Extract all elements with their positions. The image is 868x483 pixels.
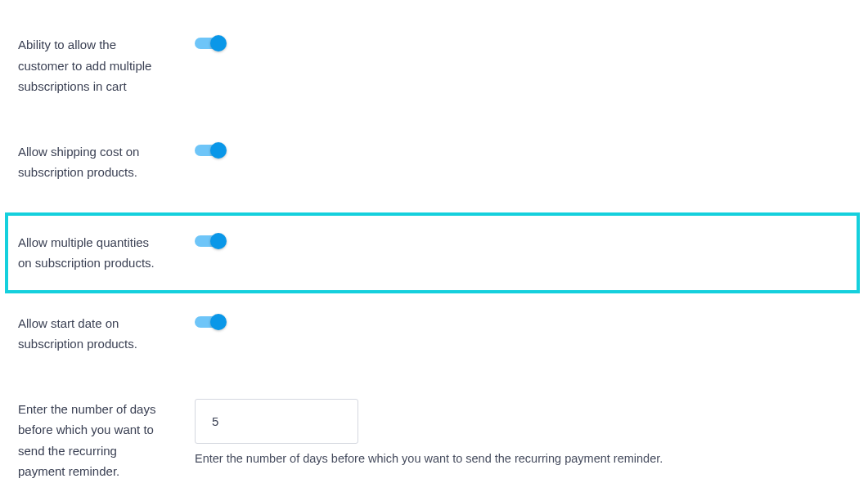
setting-row-multiple-subscriptions: Ability to allow the customer to add mul…: [8, 25, 860, 107]
setting-row-start-date: Allow start date on subscription product…: [8, 303, 860, 364]
toggle-shipping-cost[interactable]: [195, 145, 224, 156]
setting-row-multiple-quantities: Allow multiple quantities on subscriptio…: [5, 212, 860, 293]
toggle-knob: [210, 314, 227, 330]
reminder-days-input[interactable]: [195, 399, 358, 444]
setting-label: Allow start date on subscription product…: [18, 313, 182, 355]
toggle-multiple-quantities[interactable]: [195, 235, 224, 247]
settings-panel: Ability to allow the customer to add mul…: [0, 0, 868, 483]
setting-control: [182, 313, 850, 331]
setting-control: [182, 34, 850, 52]
setting-label: Enter the number of days before which yo…: [18, 399, 182, 482]
reminder-days-help-text: Enter the number of days before which yo…: [195, 452, 850, 465]
setting-row-shipping-cost: Allow shipping cost on subscription prod…: [8, 132, 860, 193]
setting-control: Enter the number of days before which yo…: [182, 399, 850, 465]
toggle-knob: [210, 35, 227, 51]
toggle-multiple-subscriptions[interactable]: [195, 38, 224, 49]
setting-label: Allow shipping cost on subscription prod…: [18, 141, 182, 183]
toggle-knob: [210, 142, 227, 159]
setting-label: Allow multiple quantities on subscriptio…: [18, 232, 182, 274]
toggle-knob: [210, 233, 227, 249]
setting-control: [182, 141, 850, 159]
setting-control: [182, 232, 847, 250]
setting-label: Ability to allow the customer to add mul…: [18, 34, 182, 97]
setting-row-reminder-days: Enter the number of days before which yo…: [8, 389, 860, 484]
toggle-start-date[interactable]: [195, 316, 224, 328]
